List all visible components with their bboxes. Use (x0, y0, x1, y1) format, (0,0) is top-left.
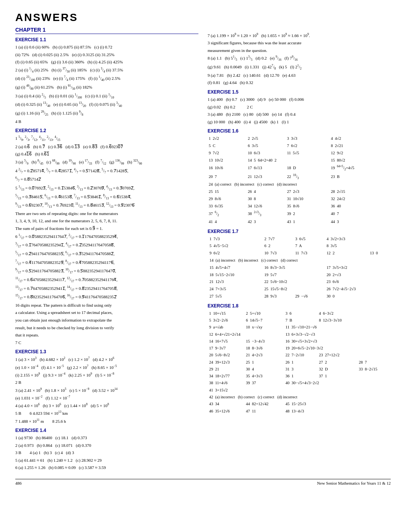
exercise-1-2-content: 1 5/9, 2/3, 7/12, 4/11, 2/13, 4/15 2 (a)… (15, 135, 198, 346)
exercise-1-8-title: EXERCISE 1.8 (208, 303, 391, 309)
exercise-1-3-title: EXERCISE 1.3 (15, 349, 198, 354)
exercise-1-4-content: 1 (a) 9730 (b) 86400 (c) 18.1 (d) 0.373 … (15, 435, 198, 471)
exercise-1-6-title: EXERCISE 1.6 (208, 128, 391, 134)
exercise-1-1-content: 1 (a) (i) 0.6 (ii) 60% (b) (i) 0.875 (ii… (15, 44, 198, 125)
book-subtitle: New Senior Mathematics for Years 11 & 12 (317, 481, 391, 485)
page-footer: 486 New Senior Mathematics for Years 11 … (15, 479, 391, 485)
page-title: ANSWERS (15, 11, 391, 24)
exercise-1-5-content: 1 (a) 400 (b) 0.7 (c) 3000 (d) 9 (e) 50 … (208, 96, 391, 125)
right-column: 7 (a) 1.199 × 109 ≈ 1.20 × 109 (b) 1.655… (208, 27, 391, 472)
exercise-1-4-cont: 7 (a) 1.199 × 109 ≈ 1.20 × 109 (b) 1.655… (208, 32, 391, 86)
left-column: CHAPTER 1 EXERCISE 1.1 1 (a) (i) 0.6 (ii… (15, 27, 198, 472)
exercise-1-8-content: 1 10+√152 5+√103 64 6−3√2 5 3√2−2√66 14√… (208, 310, 391, 415)
page-number: 486 (15, 481, 22, 485)
exercise-1-7-title: EXERCISE 1.7 (208, 229, 391, 234)
exercise-1-5-title: EXERCISE 1.5 (208, 89, 391, 95)
exercise-1-1-title: EXERCISE 1.1 (15, 37, 198, 42)
exercise-1-2-title: EXERCISE 1.2 (15, 128, 198, 133)
exercise-1-7-content: 1 7√32 7√73 6√54 3√2+3√3 5 4√5−5√26 27 A… (208, 236, 391, 300)
exercise-1-4-title: EXERCISE 1.4 (15, 428, 198, 433)
exercise-1-3-content: 1 (a) 3 × 103 (b) 4.682 × 102 (c) 1.2 × … (15, 356, 198, 425)
chapter-title: CHAPTER 1 (15, 27, 198, 34)
exercise-1-6-content: 1 2√22 2√53 3√34 4√2 5 C6 3√57 6√28 2√21… (208, 135, 391, 225)
